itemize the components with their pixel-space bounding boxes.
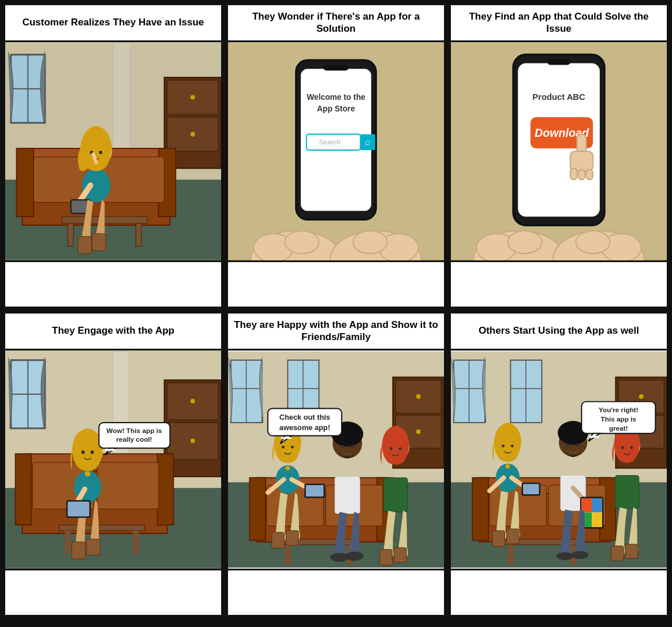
svg-rect-82: [97, 462, 158, 509]
svg-point-88: [91, 450, 94, 454]
svg-rect-64: [586, 169, 593, 180]
svg-point-140: [345, 551, 363, 561]
svg-point-176: [511, 445, 514, 447]
svg-rect-56: [547, 59, 570, 65]
svg-rect-80: [158, 454, 174, 525]
svg-rect-29: [92, 234, 106, 251]
cell-3: They Find an App that Could Solve the Is…: [449, 3, 669, 308]
svg-rect-63: [578, 169, 585, 180]
cell-4-image: Wow! This app is really cool!: [5, 350, 221, 569]
svg-rect-92: [87, 539, 100, 555]
svg-rect-121: [285, 545, 290, 565]
svg-point-9: [191, 95, 195, 100]
svg-rect-204: [625, 544, 638, 559]
cell-4: They Engage with the App: [3, 312, 223, 617]
svg-point-113: [416, 430, 421, 434]
svg-rect-79: [16, 454, 32, 525]
svg-rect-138: [335, 477, 360, 514]
cell-2-image: Welcome to the App Store Search ⌕: [228, 42, 444, 260]
svg-point-136: [341, 445, 344, 448]
cell-1-image: [5, 42, 221, 260]
svg-text:Product ABC: Product ABC: [532, 92, 585, 102]
svg-rect-203: [611, 546, 624, 561]
cell-2-caption: [228, 260, 444, 307]
cell-5: They are Happy with the App and Show it …: [226, 312, 446, 617]
svg-point-178: [505, 464, 510, 469]
svg-point-198: [572, 551, 589, 559]
svg-rect-28: [78, 237, 92, 254]
cell-3-header: They Find an App that Could Solve the Is…: [451, 5, 667, 42]
cell-2-header: They Wonder if There's an App for a Solu…: [228, 5, 444, 42]
cell-6-header: Others Start Using the App as well: [451, 314, 667, 350]
svg-point-200: [621, 446, 624, 449]
svg-point-34: [285, 231, 319, 253]
cell-2: They Wonder if There's an App for a Solu…: [226, 3, 446, 308]
svg-rect-40: [323, 65, 348, 70]
svg-text:App Store: App Store: [317, 104, 355, 113]
svg-point-124: [282, 446, 285, 449]
svg-text:Welcome to the: Welcome to the: [307, 93, 365, 102]
svg-point-188: [577, 443, 580, 447]
svg-rect-17: [102, 157, 164, 203]
cell-5-caption: [228, 569, 444, 615]
svg-point-112: [416, 394, 421, 399]
cell-5-image: Check out this awesome app!: [228, 350, 444, 569]
svg-rect-146: [394, 548, 406, 563]
cell-1: Customer Realizes They Have an Issue: [3, 3, 223, 308]
svg-point-90: [85, 471, 91, 477]
svg-text:Search: Search: [319, 138, 340, 146]
svg-rect-194: [592, 498, 602, 513]
svg-text:This app is: This app is: [601, 415, 637, 423]
cell-3-image: Product ABC Download: [451, 42, 667, 260]
svg-rect-131: [306, 485, 324, 497]
svg-text:really cool!: really cool!: [116, 435, 152, 443]
svg-rect-91: [72, 542, 85, 559]
svg-rect-144: [384, 477, 408, 512]
svg-rect-183: [492, 531, 505, 547]
svg-text:Check out this: Check out this: [279, 413, 330, 421]
svg-text:Wow! This app is: Wow! This app is: [106, 427, 162, 435]
svg-rect-116: [249, 477, 266, 540]
svg-point-53: [576, 231, 610, 253]
cell-4-caption: [5, 569, 221, 615]
cell-1-header: Customer Realizes They Have an Issue: [5, 5, 221, 42]
svg-text:great!: great!: [609, 424, 628, 432]
svg-point-125: [291, 446, 294, 449]
svg-point-201: [630, 446, 633, 449]
svg-rect-95: [68, 502, 89, 517]
svg-point-75: [191, 439, 195, 443]
cell-6-image: You're right! This app is great!: [451, 350, 667, 569]
svg-point-37: [353, 231, 387, 253]
svg-point-142: [390, 447, 393, 450]
svg-rect-172: [507, 545, 513, 565]
svg-rect-20: [136, 223, 141, 246]
cell-6-caption: [451, 569, 667, 615]
svg-point-74: [191, 399, 195, 404]
svg-rect-83: [59, 525, 145, 531]
svg-point-175: [502, 445, 505, 447]
svg-point-10: [191, 132, 195, 137]
svg-point-143: [399, 447, 402, 450]
storyboard-grid: Customer Realizes They Have an Issue: [0, 0, 672, 620]
svg-text:⌕: ⌕: [365, 137, 371, 147]
svg-rect-167: [472, 477, 488, 540]
cell-3-caption: [451, 260, 667, 307]
svg-point-187: [566, 443, 570, 447]
svg-rect-196: [592, 513, 602, 528]
cell-5-header: They are Happy with the App and Show it …: [228, 314, 444, 350]
svg-rect-85: [133, 531, 139, 553]
svg-point-197: [557, 552, 574, 560]
svg-point-127: [285, 466, 290, 471]
svg-point-24: [99, 151, 102, 154]
cell-1-caption: [5, 260, 221, 307]
svg-rect-84: [65, 531, 70, 553]
svg-rect-193: [581, 498, 592, 513]
svg-rect-184: [506, 529, 519, 544]
svg-rect-132: [272, 532, 285, 548]
svg-rect-202: [615, 476, 639, 509]
svg-text:You're right!: You're right!: [599, 406, 639, 414]
svg-rect-133: [286, 531, 298, 546]
svg-rect-182: [523, 484, 539, 494]
cell-4-header: They Engage with the App: [5, 314, 221, 350]
svg-rect-19: [68, 223, 73, 246]
